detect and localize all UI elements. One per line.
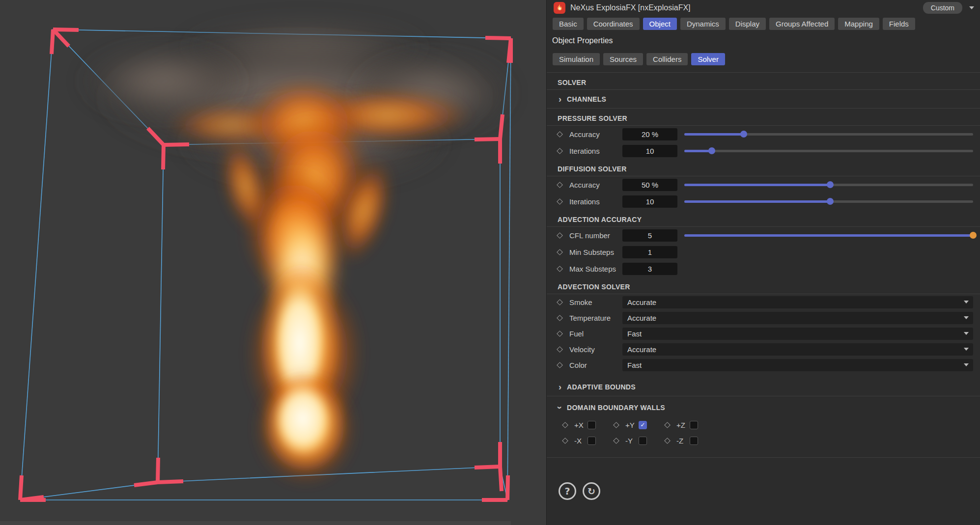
- pressure-iterations-slider[interactable]: [684, 145, 973, 157]
- question-mark-icon: ?: [564, 486, 570, 497]
- temperature-select[interactable]: Accurate: [622, 312, 973, 324]
- keyframe-diamond-icon[interactable]: [557, 362, 563, 368]
- tab-fields[interactable]: Fields: [883, 18, 915, 30]
- attribute-manager-panel: NeXus ExplosiaFX [nxExplosiaFX] Custom B…: [546, 0, 980, 525]
- param-row-pressure-iterations: Iterations 10: [547, 142, 980, 159]
- diffusion-accuracy-input[interactable]: 50 %: [622, 179, 677, 191]
- cfl-number-label: CFL number: [569, 231, 622, 240]
- checkbox-minus-z[interactable]: [690, 437, 698, 445]
- slider-knob[interactable]: [740, 131, 747, 138]
- keyframe-diamond-icon[interactable]: [613, 438, 619, 444]
- subtab-solver[interactable]: Solver: [691, 53, 725, 65]
- keyframe-diamond-icon[interactable]: [562, 438, 568, 444]
- tab-object[interactable]: Object: [643, 18, 677, 30]
- keyframe-diamond-icon[interactable]: [664, 438, 671, 444]
- keyframe-diamond-icon[interactable]: [557, 232, 563, 239]
- slider-knob[interactable]: [827, 181, 834, 188]
- fuel-select[interactable]: Fast: [622, 328, 973, 340]
- checkbox-plus-z[interactable]: [690, 421, 698, 429]
- pressure-iterations-input[interactable]: 10: [622, 145, 677, 157]
- slider-fill: [684, 133, 744, 136]
- min-substeps-input[interactable]: 1: [622, 246, 677, 258]
- plus-x-label: +X: [574, 421, 588, 429]
- color-select-value: Fast: [627, 361, 642, 369]
- cfl-number-input[interactable]: 5: [622, 229, 677, 242]
- slider-track[interactable]: [684, 200, 973, 203]
- slider-track[interactable]: [684, 133, 973, 136]
- window-title: NeXus ExplosiaFX [nxExplosiaFX]: [570, 3, 691, 12]
- group-adaptive-bounds[interactable]: › ADAPTIVE BOUNDS: [547, 378, 980, 396]
- slider-track[interactable]: [684, 234, 973, 237]
- tab-basic[interactable]: Basic: [553, 18, 584, 30]
- flame-icon: [554, 2, 565, 14]
- reset-button[interactable]: ↻: [583, 482, 600, 500]
- slider-track[interactable]: [684, 184, 973, 186]
- group-domain-boundary-walls[interactable]: › DOMAIN BOUNDARY WALLS: [547, 398, 980, 417]
- diffusion-iterations-input[interactable]: 10: [622, 195, 677, 208]
- keyframe-diamond-icon[interactable]: [664, 422, 671, 428]
- pressure-accuracy-input[interactable]: 20 %: [622, 128, 677, 140]
- plus-y-label: +Y: [625, 421, 639, 429]
- preset-dropdown-arrow-icon[interactable]: [969, 6, 974, 9]
- slider-knob[interactable]: [970, 232, 977, 239]
- color-label: Color: [569, 361, 622, 369]
- slider-knob[interactable]: [827, 198, 834, 205]
- diffusion-iterations-label: Iterations: [569, 197, 622, 206]
- checkbox-minus-x[interactable]: [588, 437, 596, 445]
- chevron-right-icon[interactable]: ›: [559, 95, 561, 104]
- keyframe-diamond-icon[interactable]: [557, 331, 563, 337]
- slider-fill: [684, 184, 830, 186]
- preset-button[interactable]: Custom: [923, 2, 962, 14]
- pressure-accuracy-slider[interactable]: [684, 128, 973, 140]
- keyframe-diamond-icon[interactable]: [557, 315, 563, 321]
- boundary-wall-minus-x: -X: [563, 437, 614, 445]
- keyframe-diamond-icon[interactable]: [557, 182, 563, 188]
- keyframe-diamond-icon[interactable]: [557, 299, 563, 305]
- keyframe-diamond-icon[interactable]: [557, 148, 563, 154]
- keyframe-diamond-icon[interactable]: [613, 422, 619, 428]
- tab-coordinates[interactable]: Coordinates: [587, 18, 640, 30]
- slider-knob[interactable]: [708, 147, 715, 154]
- slider-fill: [684, 200, 830, 203]
- chevron-right-icon[interactable]: ›: [559, 383, 561, 391]
- help-button[interactable]: ?: [559, 482, 576, 500]
- velocity-select[interactable]: Accurate: [622, 343, 973, 356]
- viewport-horizontal-scrollbar[interactable]: [0, 521, 511, 525]
- diffusion-accuracy-slider[interactable]: [684, 179, 973, 191]
- keyframe-diamond-icon[interactable]: [562, 422, 568, 428]
- tab-display[interactable]: Display: [729, 18, 766, 30]
- checkbox-minus-y[interactable]: [639, 437, 647, 445]
- chevron-down-icon[interactable]: ›: [556, 406, 564, 409]
- tab-dynamics[interactable]: Dynamics: [680, 18, 726, 30]
- subtab-simulation[interactable]: Simulation: [553, 53, 600, 65]
- keyframe-diamond-icon[interactable]: [557, 131, 563, 138]
- smoke-select[interactable]: Accurate: [622, 296, 973, 308]
- color-select[interactable]: Fast: [622, 359, 973, 371]
- param-row-min-substeps: Min Substeps 1: [547, 244, 980, 260]
- param-row-fuel: Fuel Fast: [547, 326, 980, 341]
- keyframe-diamond-icon[interactable]: [557, 249, 563, 255]
- param-row-color: Color Fast: [547, 357, 980, 373]
- checkbox-plus-y[interactable]: [639, 421, 647, 429]
- tab-mapping[interactable]: Mapping: [838, 18, 879, 30]
- group-channels[interactable]: › CHANNELS: [547, 90, 980, 109]
- keyframe-diamond-icon[interactable]: [557, 198, 563, 205]
- boundary-wall-minus-y: -Y: [614, 437, 665, 445]
- max-substeps-input[interactable]: 3: [622, 263, 677, 275]
- section-solver: SOLVER: [547, 73, 980, 90]
- slider-track[interactable]: [684, 150, 973, 152]
- param-row-diffusion-iterations: Iterations 10: [547, 193, 980, 210]
- checkbox-plus-x[interactable]: [588, 421, 596, 429]
- param-row-pressure-accuracy: Accuracy 20 %: [547, 126, 980, 142]
- viewport-3d[interactable]: [0, 0, 546, 525]
- tab-groups-affected[interactable]: Groups Affected: [769, 18, 835, 30]
- section-advection-accuracy: ADVECTION ACCURACY: [547, 210, 980, 227]
- fuel-label: Fuel: [569, 330, 622, 338]
- explosion-simulation: [79, 20, 516, 486]
- subtab-sources[interactable]: Sources: [603, 53, 643, 65]
- subtab-colliders[interactable]: Colliders: [646, 53, 688, 65]
- keyframe-diamond-icon[interactable]: [557, 266, 563, 272]
- keyframe-diamond-icon[interactable]: [557, 346, 563, 353]
- cfl-number-slider[interactable]: [684, 229, 973, 242]
- diffusion-iterations-slider[interactable]: [684, 195, 973, 208]
